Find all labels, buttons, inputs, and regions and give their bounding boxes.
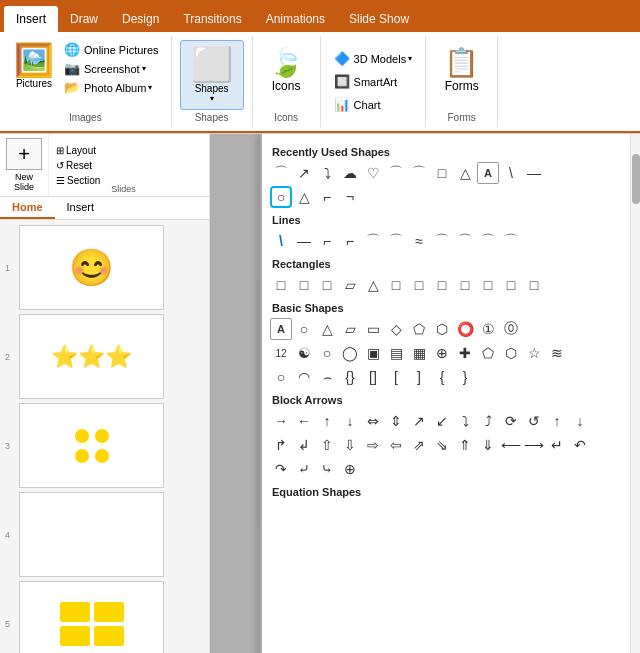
bs-arc3[interactable]: ◠ bbox=[293, 366, 315, 388]
ba-bent2[interactable]: ⤴ bbox=[477, 410, 499, 432]
shape-bracket1[interactable]: ⌐ bbox=[316, 186, 338, 208]
ba-updown[interactable]: ⇕ bbox=[385, 410, 407, 432]
ba-target[interactable]: ⊕ bbox=[339, 458, 361, 480]
tab-insert[interactable]: Insert bbox=[4, 6, 58, 32]
rect-3[interactable]: □ bbox=[316, 274, 338, 296]
smartart-button[interactable]: 🔲 SmartArt bbox=[329, 71, 402, 92]
bs-bracket3[interactable]: [] bbox=[362, 366, 384, 388]
bs-folder[interactable]: ▣ bbox=[362, 342, 384, 364]
icons-button[interactable]: 🍃 Icons bbox=[261, 40, 312, 99]
online-pictures-button[interactable]: 🌐 Online Pictures bbox=[60, 40, 163, 59]
reset-button[interactable]: ↺Reset bbox=[53, 159, 103, 172]
bs-trapezoid[interactable]: ▭ bbox=[362, 318, 384, 340]
ba-fat-right[interactable]: ⇨ bbox=[362, 434, 384, 456]
shape-line-horiz[interactable]: — bbox=[523, 162, 545, 184]
line-scribble[interactable]: ⌒ bbox=[431, 230, 453, 252]
bs-triangle[interactable]: △ bbox=[316, 318, 338, 340]
ba-curl2[interactable]: ↷ bbox=[270, 458, 292, 480]
line-curve2[interactable]: ⌒ bbox=[385, 230, 407, 252]
bs-pentagon[interactable]: ⬠ bbox=[408, 318, 430, 340]
bs-heptagon[interactable]: ⭕ bbox=[454, 318, 476, 340]
bs-diamond[interactable]: ◇ bbox=[385, 318, 407, 340]
shape-arc2[interactable]: ⌒ bbox=[408, 162, 430, 184]
shape-oval-selected[interactable]: ○ bbox=[270, 186, 292, 208]
rect-12[interactable]: □ bbox=[523, 274, 545, 296]
bs-no[interactable]: ○ bbox=[316, 342, 338, 364]
line-wave[interactable]: ≈ bbox=[408, 230, 430, 252]
shapes-button[interactable]: ⬜ Shapes ▾ bbox=[180, 40, 244, 110]
shapes-panel-scrollbar[interactable] bbox=[630, 134, 640, 653]
ba-ccw[interactable]: ↺ bbox=[523, 410, 545, 432]
rect-2[interactable]: □ bbox=[293, 274, 315, 296]
ba-up[interactable]: ↑ bbox=[316, 410, 338, 432]
ba-leftright[interactable]: ⇔ bbox=[362, 410, 384, 432]
ba-ret[interactable]: ↵ bbox=[546, 434, 568, 456]
bs-cube[interactable]: ▦ bbox=[408, 342, 430, 364]
bs-star4[interactable]: ☆ bbox=[523, 342, 545, 364]
shape-arrow1[interactable]: ↗ bbox=[293, 162, 315, 184]
ba-curve1[interactable]: ⤶ bbox=[293, 458, 315, 480]
bs-arc4[interactable]: ⌢ bbox=[316, 366, 338, 388]
ba-downleft[interactable]: ↙ bbox=[431, 410, 453, 432]
ba-bent1[interactable]: ⤵ bbox=[454, 410, 476, 432]
ba-downright[interactable]: ↲ bbox=[293, 434, 315, 456]
screenshot-button[interactable]: 📷 Screenshot ▾ bbox=[60, 59, 163, 78]
rect-6[interactable]: □ bbox=[385, 274, 407, 296]
line-elbow1[interactable]: ⌐ bbox=[316, 230, 338, 252]
bs-bracket5[interactable]: ] bbox=[408, 366, 430, 388]
rect-9[interactable]: □ bbox=[454, 274, 476, 296]
bs-yin[interactable]: ☯ bbox=[293, 342, 315, 364]
line-horiz[interactable]: — bbox=[293, 230, 315, 252]
ba-upleft[interactable]: ↱ bbox=[270, 434, 292, 456]
shape-tri[interactable]: △ bbox=[454, 162, 476, 184]
bs-circle2[interactable]: ○ bbox=[270, 366, 292, 388]
line-diag[interactable]: \ bbox=[270, 230, 292, 252]
ba-cw[interactable]: ⟳ bbox=[500, 410, 522, 432]
slide-thumb-1[interactable]: 😊 bbox=[19, 225, 164, 310]
shape-rect[interactable]: □ bbox=[431, 162, 453, 184]
ba-fat-left[interactable]: ⇦ bbox=[385, 434, 407, 456]
slide-thumb-5[interactable] bbox=[19, 581, 164, 653]
line-free3[interactable]: ⌒ bbox=[500, 230, 522, 252]
slide-thumb-3[interactable] bbox=[19, 403, 164, 488]
shape-cloud[interactable]: ☁ bbox=[339, 162, 361, 184]
ba-down2[interactable]: ↓ bbox=[569, 410, 591, 432]
line-free1[interactable]: ⌒ bbox=[454, 230, 476, 252]
shape-heart[interactable]: ♡ bbox=[362, 162, 384, 184]
ba-long-left[interactable]: ⟵ bbox=[500, 434, 522, 456]
bs-no2[interactable]: ◯ bbox=[339, 342, 361, 364]
shape-tri2[interactable]: △ bbox=[293, 186, 315, 208]
line-curve1[interactable]: ⌒ bbox=[362, 230, 384, 252]
ba-down[interactable]: ↓ bbox=[339, 410, 361, 432]
ba-upright[interactable]: ↗ bbox=[408, 410, 430, 432]
ba-diag1[interactable]: ⇗ bbox=[408, 434, 430, 456]
ba-diag-dn[interactable]: ⇓ bbox=[477, 434, 499, 456]
ba-long-right[interactable]: ⟶ bbox=[523, 434, 545, 456]
shape-paren[interactable]: ⌒ bbox=[385, 162, 407, 184]
forms-button[interactable]: 📋 Forms bbox=[434, 40, 489, 99]
ba-curve2[interactable]: ⤷ bbox=[316, 458, 338, 480]
rect-5[interactable]: △ bbox=[362, 274, 384, 296]
tab-design[interactable]: Design bbox=[110, 6, 171, 32]
bs-curly3[interactable]: } bbox=[454, 366, 476, 388]
bs-cross[interactable]: ⊕ bbox=[431, 342, 453, 364]
tab-transitions[interactable]: Transitions bbox=[171, 6, 253, 32]
shape-curve1[interactable]: ⤵ bbox=[316, 162, 338, 184]
rect-11[interactable]: □ bbox=[500, 274, 522, 296]
shape-arc[interactable]: ⌒ bbox=[270, 162, 292, 184]
section-button[interactable]: ☰Section bbox=[53, 174, 103, 187]
tab-slideshow[interactable]: Slide Show bbox=[337, 6, 421, 32]
shape-text-box[interactable]: A bbox=[477, 162, 499, 184]
pictures-button[interactable]: 🖼️ Pictures bbox=[8, 40, 60, 93]
bs-text[interactable]: A bbox=[270, 318, 292, 340]
rect-1[interactable]: □ bbox=[270, 274, 292, 296]
photo-album-button[interactable]: 📂 Photo Album ▾ bbox=[60, 78, 163, 97]
line-elbow2[interactable]: ⌐ bbox=[339, 230, 361, 252]
ba-curl1[interactable]: ↶ bbox=[569, 434, 591, 456]
slide-thumb-2[interactable]: ⭐⭐⭐ bbox=[19, 314, 164, 399]
ba-fat-down[interactable]: ⇩ bbox=[339, 434, 361, 456]
chart-button[interactable]: 📊 Chart bbox=[329, 94, 386, 115]
bs-wave[interactable]: ≋ bbox=[546, 342, 568, 364]
rect-10[interactable]: □ bbox=[477, 274, 499, 296]
bs-hexa2[interactable]: ⬡ bbox=[500, 342, 522, 364]
